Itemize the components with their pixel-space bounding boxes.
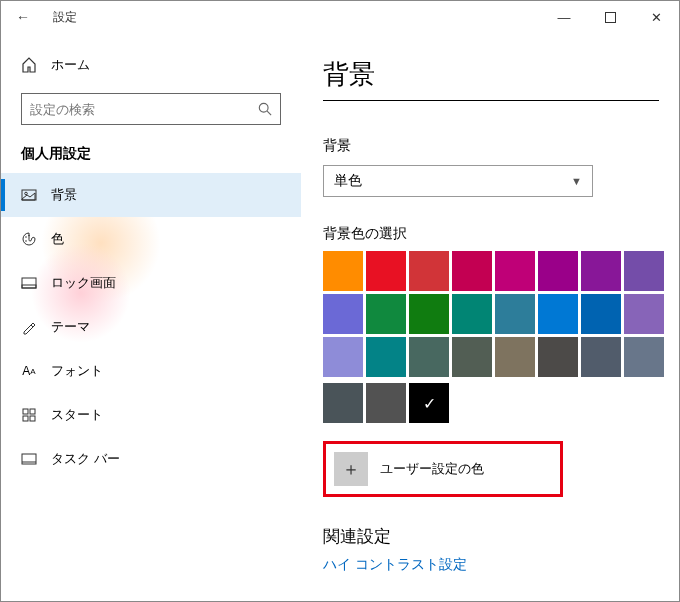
svg-rect-11	[30, 409, 35, 414]
svg-rect-3	[22, 190, 36, 200]
page-title: 背景	[323, 57, 659, 92]
svg-line-2	[267, 111, 271, 115]
sidebar-item-label: ロック画面	[51, 274, 116, 292]
color-swatch[interactable]	[624, 251, 664, 291]
close-button[interactable]: ✕	[633, 1, 679, 33]
high-contrast-link[interactable]: ハイ コントラスト設定	[323, 556, 659, 574]
sidebar-item-fonts[interactable]: AA フォント	[1, 349, 301, 393]
color-swatch[interactable]	[452, 251, 492, 291]
color-swatch-row4: ✓	[323, 383, 659, 423]
color-swatch[interactable]	[495, 337, 535, 377]
svg-point-6	[25, 240, 27, 242]
title-underline	[323, 100, 659, 101]
sidebar-item-themes[interactable]: テーマ	[1, 305, 301, 349]
swatch-label: 背景色の選択	[323, 225, 659, 243]
color-swatch[interactable]	[452, 337, 492, 377]
sidebar-item-start[interactable]: スタート	[1, 393, 301, 437]
search-icon	[258, 102, 272, 116]
svg-rect-8	[22, 278, 36, 288]
sidebar-item-lockscreen[interactable]: ロック画面	[1, 261, 301, 305]
color-swatch[interactable]	[452, 294, 492, 334]
color-swatch[interactable]	[409, 294, 449, 334]
color-swatch[interactable]	[581, 337, 621, 377]
svg-rect-12	[23, 416, 28, 421]
palette-icon	[21, 231, 37, 247]
svg-point-4	[25, 192, 28, 195]
color-swatch[interactable]	[538, 337, 578, 377]
background-field-label: 背景	[323, 137, 659, 155]
background-dropdown[interactable]: 単色 ▼	[323, 165, 593, 197]
section-title: 個人用設定	[1, 139, 301, 173]
plus-icon: ＋	[334, 452, 368, 486]
taskbar-icon	[21, 451, 37, 467]
home-icon	[21, 57, 37, 73]
color-swatch[interactable]	[495, 294, 535, 334]
color-swatch[interactable]	[624, 294, 664, 334]
color-swatch[interactable]	[366, 294, 406, 334]
sidebar-item-colors[interactable]: 色	[1, 217, 301, 261]
custom-color-label: ユーザー設定の色	[380, 460, 484, 478]
checkmark-icon: ✓	[423, 394, 436, 413]
svg-point-5	[25, 236, 27, 238]
color-swatch[interactable]	[495, 251, 535, 291]
dropdown-value: 単色	[334, 172, 362, 190]
start-icon	[21, 407, 37, 423]
window-title: 設定	[45, 9, 541, 26]
lockscreen-icon	[21, 275, 37, 291]
custom-color-button[interactable]: ＋ ユーザー設定の色	[323, 441, 563, 497]
color-swatch[interactable]	[581, 294, 621, 334]
color-swatch[interactable]	[538, 294, 578, 334]
search-input[interactable]	[30, 102, 250, 117]
color-swatch[interactable]	[366, 337, 406, 377]
chevron-down-icon: ▼	[571, 175, 582, 187]
svg-rect-0	[605, 12, 615, 22]
theme-icon	[21, 319, 37, 335]
picture-icon	[21, 187, 37, 203]
svg-point-1	[259, 103, 268, 112]
search-input-container[interactable]	[21, 93, 281, 125]
color-swatch[interactable]	[581, 251, 621, 291]
color-swatch[interactable]	[323, 383, 363, 423]
color-swatch[interactable]	[323, 337, 363, 377]
color-swatch[interactable]	[366, 383, 406, 423]
sidebar-item-background[interactable]: 背景	[1, 173, 301, 217]
color-swatch-grid	[323, 251, 659, 377]
home-label: ホーム	[51, 56, 90, 74]
svg-point-7	[28, 235, 30, 237]
home-nav[interactable]: ホーム	[1, 45, 301, 85]
color-swatch[interactable]	[323, 294, 363, 334]
maximize-button[interactable]	[587, 1, 633, 33]
sidebar-item-label: テーマ	[51, 318, 90, 336]
sidebar-item-label: 背景	[51, 186, 77, 204]
sidebar-item-label: 色	[51, 230, 64, 248]
color-swatch[interactable]	[409, 251, 449, 291]
svg-rect-10	[23, 409, 28, 414]
svg-rect-13	[30, 416, 35, 421]
color-swatch[interactable]	[323, 251, 363, 291]
color-swatch[interactable]	[366, 251, 406, 291]
sidebar-item-taskbar[interactable]: タスク バー	[1, 437, 301, 481]
color-swatch[interactable]	[538, 251, 578, 291]
minimize-button[interactable]: —	[541, 1, 587, 33]
svg-rect-9	[22, 285, 36, 288]
color-swatch[interactable]	[624, 337, 664, 377]
color-swatch[interactable]	[409, 337, 449, 377]
sidebar-item-label: タスク バー	[51, 450, 120, 468]
sidebar-item-label: スタート	[51, 406, 103, 424]
related-settings-title: 関連設定	[323, 525, 659, 548]
back-button[interactable]: ←	[1, 9, 45, 25]
font-icon: AA	[21, 363, 37, 379]
sidebar-item-label: フォント	[51, 362, 103, 380]
color-swatch[interactable]: ✓	[409, 383, 449, 423]
